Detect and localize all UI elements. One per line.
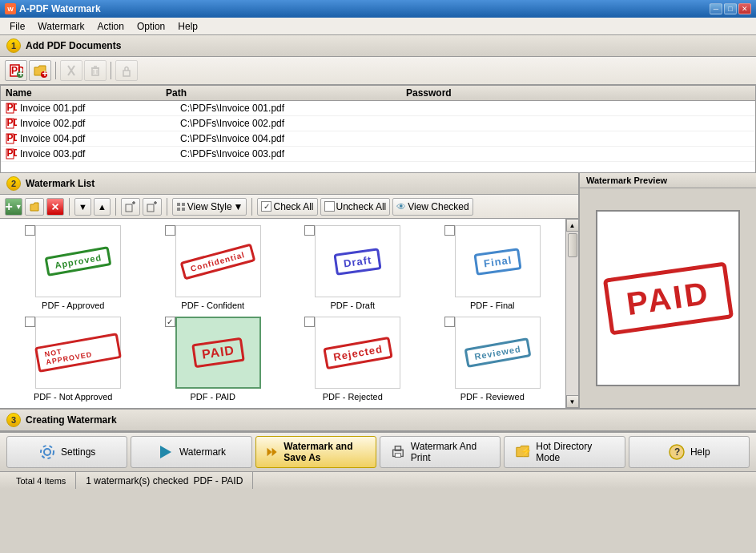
wm-thumb-confidential[interactable]: Confidential — [175, 225, 261, 297]
scroll-up-button[interactable]: ▲ — [566, 219, 579, 232]
wm-sep-3 — [167, 198, 167, 216]
maximize-button[interactable]: □ — [724, 3, 737, 14]
svg-rect-8 — [92, 68, 99, 75]
list-item[interactable]: Approved PDF - Approved — [6, 225, 140, 310]
menu-action[interactable]: Action — [91, 19, 131, 34]
file-path-1: C:\PDFs\Invoice 001.pdf — [180, 103, 420, 114]
wm-label-confidential: PDF - Confident — [181, 301, 244, 310]
wm-thumb-reviewed[interactable]: Reviewed — [455, 317, 541, 389]
list-item[interactable]: NOT APPROVED PDF - Not Approved — [6, 317, 140, 402]
view-style-button[interactable]: View Style ▼ — [172, 198, 247, 216]
wm-checkbox-confidential[interactable] — [165, 225, 175, 236]
add-watermark-button[interactable]: + ▼ — [5, 198, 22, 216]
wm-thumb-rejected[interactable]: Rejected — [315, 317, 400, 389]
list-item[interactable]: Final PDF - Final — [426, 225, 560, 310]
minimize-button[interactable]: ─ — [710, 3, 722, 14]
wm-thumb-final[interactable]: Final — [455, 225, 541, 297]
wm-sep-1 — [69, 198, 70, 216]
settings-label: Settings — [61, 446, 95, 458]
status-total: Total 4 Items — [6, 472, 76, 489]
move-up-button[interactable]: ▲ — [94, 198, 111, 216]
export-button[interactable] — [143, 198, 162, 216]
scroll-down-button[interactable]: ▼ — [566, 395, 579, 408]
scroll-thumb[interactable] — [568, 233, 577, 257]
table-row[interactable]: PDF Invoice 004.pdf C:\PDFs\Invoice 004.… — [1, 131, 755, 147]
svg-marker-37 — [267, 448, 271, 457]
list-item[interactable]: Confidential PDF - Confident — [147, 225, 280, 310]
file-list: Name Path Password PDF Invoice 001.pdf C… — [0, 85, 756, 173]
add-pdf-header: 1 Add PDF Documents — [0, 35, 756, 57]
watermark-save-as-label: Watermark and Save As — [284, 441, 366, 463]
wm-checkbox-paid[interactable] — [165, 317, 175, 327]
uncheck-all-button[interactable]: Uncheck All — [320, 198, 391, 216]
svg-rect-33 — [182, 208, 185, 211]
svg-rect-24 — [126, 204, 132, 212]
pdf-toolbar: PDF + + — [0, 57, 756, 85]
menu-help[interactable]: Help — [171, 19, 204, 34]
watermark-grid: Approved PDF - Approved Confidential PDF… — [0, 219, 565, 408]
menu-watermark[interactable]: Watermark — [31, 19, 90, 34]
file-list-header: Name Path Password — [1, 86, 755, 101]
table-row[interactable]: PDF Invoice 003.pdf C:\PDFs\Invoice 003.… — [1, 147, 755, 162]
help-label: Help — [690, 446, 710, 458]
check-all-label: Check All — [273, 201, 313, 212]
title-bar: W A-PDF Watermark ─ □ ✕ — [0, 0, 756, 18]
col-password-header: Password — [406, 87, 502, 99]
col-name-header: Name — [6, 87, 166, 99]
delete-watermark-button[interactable] — [46, 198, 64, 216]
wm-checkbox-final[interactable] — [444, 225, 455, 236]
add-folder-button[interactable]: + — [29, 60, 51, 81]
menu-file[interactable]: File — [3, 19, 31, 34]
view-style-label: View Style — [187, 201, 232, 212]
list-item[interactable]: PAID PDF - PAID — [147, 317, 280, 402]
file-name-2: Invoice 002.pdf — [20, 118, 180, 129]
import-button[interactable] — [121, 198, 140, 216]
svg-point-34 — [44, 449, 50, 455]
watermark-button[interactable]: Watermark — [131, 436, 251, 468]
list-item[interactable]: Rejected PDF - Rejected — [286, 317, 420, 402]
wm-label-draft: PDF - Draft — [330, 301, 375, 310]
wm-checkbox-rejected[interactable] — [304, 317, 315, 327]
action-toolbar: Settings Watermark Watermark and Save As… — [0, 431, 756, 471]
list-item[interactable]: Reviewed PDF - Reviewed — [426, 317, 560, 402]
cut-button — [60, 60, 82, 81]
svg-point-35 — [41, 446, 54, 458]
wm-checkbox-draft[interactable] — [304, 225, 315, 236]
watermark-list-header: 2 Watermark List — [0, 173, 578, 195]
watermark-toolbar: + ▼ ▼ ▲ View Style ▼ — [0, 195, 578, 219]
wm-label-final: PDF - Final — [470, 301, 515, 310]
file-path-3: C:\PDFs\Invoice 004.pdf — [180, 133, 420, 144]
watermark-print-button[interactable]: Watermark And Print — [380, 436, 501, 468]
svg-rect-32 — [177, 208, 180, 211]
col-path-header: Path — [166, 87, 406, 99]
list-item[interactable]: Draft PDF - Draft — [286, 225, 420, 310]
close-button[interactable]: ✕ — [738, 3, 751, 14]
wm-thumb-draft[interactable]: Draft — [315, 225, 400, 297]
svg-text:PDF: PDF — [7, 133, 18, 143]
svg-text:?: ? — [674, 446, 680, 458]
move-down-button[interactable]: ▼ — [74, 198, 91, 216]
table-row[interactable]: PDF Invoice 001.pdf C:\PDFs\Invoice 001.… — [1, 101, 755, 116]
table-row[interactable]: PDF Invoice 002.pdf C:\PDFs\Invoice 002.… — [1, 116, 755, 131]
menu-bar: File Watermark Action Option Help — [0, 18, 756, 35]
settings-button[interactable]: Settings — [6, 436, 127, 468]
help-button[interactable]: ? Help — [629, 436, 750, 468]
wm-checkbox-notapproved[interactable] — [25, 317, 35, 327]
file-name-3: Invoice 004.pdf — [20, 133, 180, 144]
wm-checkbox-reviewed[interactable] — [444, 317, 455, 327]
wm-thumb-paid[interactable]: PAID — [175, 317, 261, 389]
watermark-save-as-button[interactable]: Watermark and Save As — [255, 436, 376, 468]
check-all-button[interactable]: Check All — [257, 198, 317, 216]
svg-text:+: + — [18, 68, 24, 78]
hot-directory-button[interactable]: ⚡ Hot Directory Mode — [504, 436, 625, 468]
menu-option[interactable]: Option — [131, 19, 171, 34]
wm-checkbox-approved[interactable] — [25, 225, 35, 236]
lock-button — [115, 60, 138, 81]
open-watermark-button[interactable] — [25, 198, 44, 216]
wm-thumb-notapproved[interactable]: NOT APPROVED — [35, 317, 121, 389]
wm-thumb-approved[interactable]: Approved — [35, 225, 121, 297]
add-pdf-button[interactable]: PDF + — [5, 60, 27, 81]
svg-rect-41 — [395, 454, 400, 458]
svg-text:PDF: PDF — [7, 148, 18, 159]
view-checked-button[interactable]: 👁 View Checked — [392, 198, 473, 216]
